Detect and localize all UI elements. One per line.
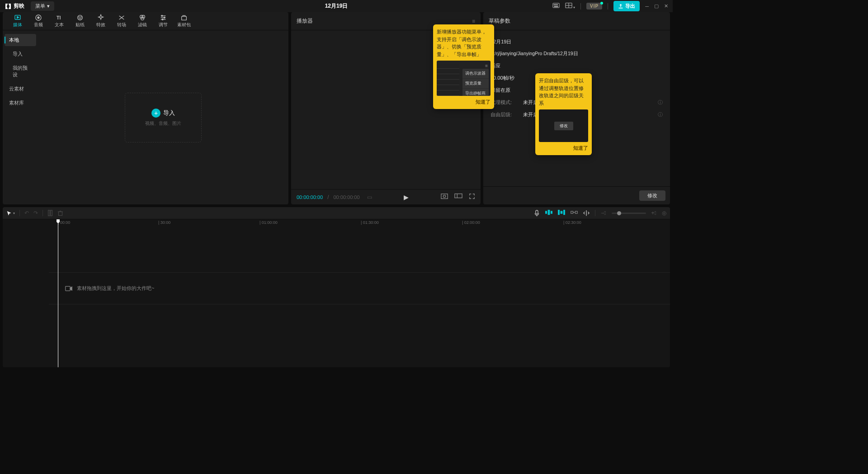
svg-marker-9	[17, 16, 19, 18]
info-icon[interactable]: ⓘ	[658, 111, 663, 118]
menu-button[interactable]: 菜单 ▾	[31, 1, 54, 11]
magnet-track-icon[interactable]	[558, 209, 565, 217]
maximize-icon[interactable]: ▢	[654, 3, 659, 9]
top-tabs: 媒体 音频 TI文本 贴纸 特效 转场 滤镜 调节 素材包	[3, 12, 288, 30]
info-icon[interactable]: ⓘ	[658, 99, 663, 106]
svg-point-18	[141, 17, 144, 20]
zoom-fit-icon[interactable]: ◎	[662, 210, 666, 216]
tab-audio[interactable]: 音频	[28, 12, 49, 30]
app-name: 剪映	[14, 2, 24, 10]
ruler-mark: | 01:00:00	[259, 220, 278, 225]
keyboard-icon[interactable]	[552, 3, 560, 9]
tab-filter[interactable]: 滤镜	[132, 12, 153, 30]
tab-pack[interactable]: 素材包	[174, 12, 194, 30]
tab-transition[interactable]: 转场	[111, 12, 132, 30]
link-icon[interactable]	[571, 209, 578, 217]
tab-media[interactable]: 媒体	[7, 12, 28, 30]
split-tool[interactable]	[47, 210, 53, 216]
sidebar-item-import[interactable]: 导入	[5, 48, 36, 60]
tooltip-text: 开启自由层级，可以通过调整轨道位置修改轨道之间的层级关系	[539, 77, 588, 107]
sidebar-item-cloud[interactable]: 云素材	[5, 83, 36, 95]
timeline-tracks[interactable]: 素材拖拽到这里，开始你的大作吧~	[3, 227, 670, 367]
timeline-toolbar: ▾ ↶ ↷ −⃝ +⃝ ◎	[3, 207, 670, 219]
project-title: 12月19日	[325, 2, 348, 10]
video-icon	[65, 286, 72, 291]
tooltip-thumbnail: 修改	[539, 109, 588, 142]
tooltip-thumb-button: 修改	[554, 122, 573, 130]
plus-icon: +	[151, 109, 160, 118]
zoom-out-icon[interactable]: −⃝	[601, 210, 606, 216]
tab-sticker[interactable]: 贴纸	[70, 12, 90, 30]
mic-icon[interactable]	[534, 210, 540, 217]
tab-adjust[interactable]: 调节	[153, 12, 174, 30]
logo-icon	[5, 3, 12, 10]
svg-rect-3	[557, 5, 558, 5]
sidebar-item-presets[interactable]: 我的预设	[5, 62, 36, 81]
redo-button[interactable]: ↷	[33, 210, 38, 216]
zoom-in-icon[interactable]: +⃝	[651, 210, 656, 216]
svg-rect-31	[51, 210, 52, 216]
svg-rect-37	[548, 210, 550, 215]
svg-point-27	[443, 195, 445, 197]
sidebar-item-library[interactable]: 素材库	[5, 97, 36, 109]
svg-rect-1	[554, 5, 555, 5]
export-button[interactable]: 导出	[613, 1, 640, 11]
prop-row: F:/rj/jianying/JianyingPro Drafts/12月19日	[491, 48, 663, 60]
svg-rect-2	[555, 5, 556, 5]
tooltip-ok-button[interactable]: 知道了	[539, 145, 588, 152]
zoom-slider[interactable]	[612, 213, 646, 214]
timecode-current: 00:00:00:00	[297, 194, 323, 200]
svg-rect-42	[571, 211, 573, 213]
tab-text[interactable]: TI文本	[49, 12, 70, 30]
sidebar-item-local[interactable]: 本地	[5, 34, 36, 46]
timecode-toggle-icon[interactable]: ▭	[367, 194, 372, 200]
delete-tool[interactable]	[57, 210, 63, 216]
export-icon	[618, 4, 623, 9]
play-button[interactable]: ▶	[404, 194, 409, 201]
undo-button[interactable]: ↶	[24, 210, 29, 216]
close-icon[interactable]: ✕	[664, 3, 668, 9]
tooltip-ok-button[interactable]: 知道了	[437, 99, 491, 105]
player-controls: 00:00:00:00 / 00:00:00:00 ▭ ▶	[291, 189, 481, 204]
svg-rect-32	[58, 212, 62, 215]
scale-icon[interactable]	[441, 193, 448, 201]
timecode-total: 00:00:00:00	[333, 194, 359, 200]
preview-render-icon[interactable]	[583, 210, 590, 216]
import-dropzone[interactable]: +导入 视频、音频、图片	[125, 93, 202, 142]
chevron-down-icon: ▾	[47, 3, 50, 9]
svg-rect-43	[576, 211, 578, 213]
svg-point-22	[161, 15, 163, 17]
prop-row: 12月19日	[491, 36, 663, 48]
svg-rect-41	[563, 210, 565, 215]
import-subtitle: 视频、音频、图片	[145, 120, 181, 127]
timeline-empty-hint: 素材拖拽到这里，开始你的大作吧~	[65, 285, 154, 292]
select-tool[interactable]: ▾	[6, 210, 15, 216]
magnet-main-icon[interactable]	[545, 209, 552, 217]
ruler-mark: | 01:30:00	[361, 220, 379, 225]
title-bar: 剪映 菜单 ▾ 12月19日 ▾ VIP 导出 ─ ▢ ✕	[0, 0, 673, 12]
vip-badge[interactable]: VIP	[586, 3, 602, 9]
titlebar-right: ▾ VIP 导出 ─ ▢ ✕	[552, 1, 668, 11]
svg-point-11	[38, 17, 39, 19]
props-title: 草稿参数	[489, 17, 510, 25]
layout-icon[interactable]: ▾	[565, 2, 575, 10]
svg-rect-39	[558, 210, 560, 215]
player-menu-icon[interactable]: ≡	[472, 18, 475, 24]
fullscreen-icon[interactable]	[469, 193, 475, 201]
svg-point-24	[162, 19, 163, 20]
svg-rect-38	[551, 211, 552, 213]
modify-button[interactable]: 修改	[639, 190, 665, 201]
tooltip-text: 新增播放器功能菜单，支持开启「调色示波器」、切换「预览质量」、「导出单帧」	[437, 28, 491, 58]
minimize-icon[interactable]: ─	[645, 4, 649, 9]
svg-rect-36	[545, 211, 547, 213]
ratio-icon[interactable]	[454, 193, 462, 201]
ruler-mark: | 02:30:00	[563, 220, 581, 225]
ruler-mark: | 02:00:00	[462, 220, 480, 225]
svg-rect-4	[554, 6, 558, 7]
tab-effect[interactable]: 特效	[90, 12, 111, 30]
playhead[interactable]	[58, 219, 58, 367]
svg-text:TI: TI	[57, 15, 61, 20]
media-sidebar: 本地 导入 我的预设 云素材 素材库	[3, 30, 38, 204]
timeline-ruler[interactable]: | 00:00| 30:00| 01:00:00| 01:30:00| 02:0…	[3, 219, 670, 227]
player-tooltip: 新增播放器功能菜单，支持开启「调色示波器」、切换「预览质量」、「导出单帧」 ≡ …	[433, 24, 494, 109]
